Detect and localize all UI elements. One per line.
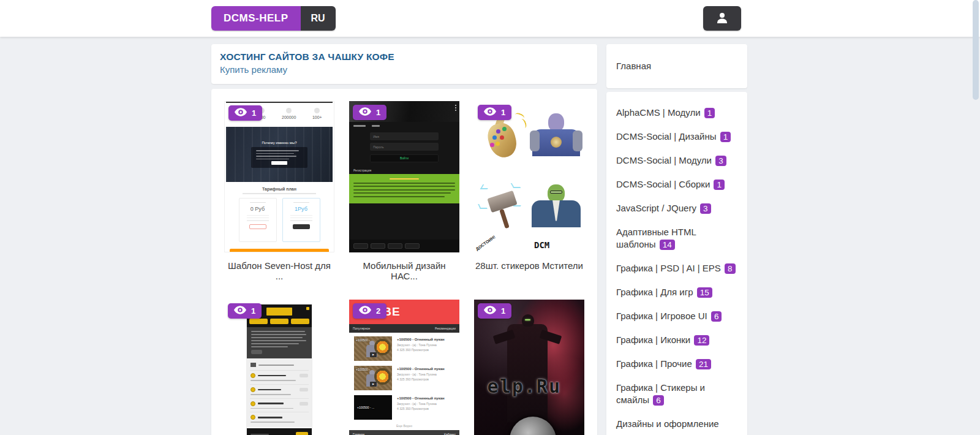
views-badge: 1 (228, 303, 262, 319)
thumb-orange-banner: Тестовый период 30 дней. (230, 249, 329, 253)
item-avengers-stickers: 1 (474, 101, 584, 281)
count-badge: 1 (720, 132, 731, 142)
user-account-button[interactable] (703, 6, 741, 31)
count-badge: 12 (694, 335, 709, 346)
count-badge: 6 (711, 311, 722, 322)
sticker-thanos (529, 105, 583, 177)
item-thumbnail[interactable]: 1 (224, 300, 334, 435)
logo: DCMS-HELP RU (211, 6, 336, 31)
items-grid: 1 500 200000 100+ Почему именно мы? (224, 101, 584, 435)
count-badge: 3 (700, 203, 711, 214)
item-thumbnail[interactable]: 1 500 200000 100+ Почему именно мы? (224, 101, 334, 252)
thumb-hero-image: Почему именно мы? (226, 127, 333, 182)
views-count: 1 (376, 108, 380, 117)
sidebar-item-dcms-social-builds[interactable]: DCMS-Social | Сборки 1 (616, 178, 737, 191)
promo-banner: ХОСТИНГ САЙТОВ ЗА ЧАШКУ КОФЕ Купить рекл… (211, 44, 597, 84)
eye-icon (234, 306, 246, 316)
count-badge: 1 (704, 108, 715, 118)
count-badge: 1 (714, 180, 725, 190)
item-title[interactable]: Мобильный дизайн НАС... (349, 260, 459, 281)
sticker-hulk: DCM (529, 177, 583, 249)
count-badge: 15 (697, 287, 712, 298)
views-count: 1 (251, 306, 255, 316)
main-content: ХОСТИНГ САЙТОВ ЗА ЧАШКУ КОФЕ Купить рекл… (211, 44, 597, 435)
watermark-text: DCM (534, 240, 549, 250)
thumb-green-block (349, 174, 459, 204)
watermark-text: elp.Ru (488, 376, 561, 397)
items-grid-card: 1 500 200000 100+ Почему именно мы? (211, 89, 597, 435)
item-thumbnail[interactable]: 1 (474, 101, 584, 252)
views-badge: 1 (478, 105, 511, 120)
sidebar-home-card: Главная (606, 44, 747, 88)
views-badge: 1 (353, 105, 386, 120)
item-dark-mobile-design: 1 Имя Пароль Войти Регистрация (349, 101, 459, 281)
sidebar-categories-card: AlphaCMS | Модули 1 DCMS-Social | Дизайн… (606, 92, 747, 435)
eye-icon (484, 107, 496, 118)
sidebar-item-alphacms-modules[interactable]: AlphaCMS | Модули 1 (616, 107, 737, 119)
item-yellow-mobile-design: 1 (224, 300, 334, 435)
sidebar-item-adaptive-html-templates[interactable]: Адаптивные HTML шаблоны 14 (616, 226, 737, 251)
language-button[interactable]: RU (301, 6, 336, 31)
sidebar-item-graphics-for-games[interactable]: Графика | Для игр 15 (616, 286, 737, 299)
item-thumbnail[interactable]: 1 Имя Пароль Войти Регистрация (349, 101, 459, 252)
thumb-pricing: Тарифный план 0 Руб (225, 182, 334, 246)
item-thumbnail[interactable]: 1 elp.Ru (474, 300, 584, 435)
views-badge: 1 (228, 105, 262, 121)
item-video-site-design: 2 TUBE Популярное Рекомендации +100500 -… (349, 300, 459, 435)
item-dark-artwork: 1 elp.Ru (474, 300, 584, 435)
count-badge: 8 (725, 263, 736, 274)
sidebar-item-graphics-game-ui[interactable]: Графика | Игровое UI 6 (616, 310, 737, 323)
views-count: 2 (376, 306, 380, 316)
views-count: 1 (252, 108, 256, 118)
count-badge: 3 (715, 156, 726, 166)
sidebar-item-graphics-stickers-smiles[interactable]: Графика | Стикеры и смайлы 6 (616, 382, 737, 407)
item-thumbnail[interactable]: 2 TUBE Популярное Рекомендации +100500 -… (349, 300, 459, 435)
sidebar-item-designs-decoration[interactable]: Дизайны и оформление (616, 418, 737, 430)
person-icon (715, 10, 729, 27)
count-badge: 21 (696, 359, 711, 369)
header: DCMS-HELP RU (0, 0, 980, 37)
sticker-thor-hammer: ДОСТОИН! (475, 177, 529, 249)
eye-icon (359, 107, 371, 118)
sidebar-item-dcms-social-designs[interactable]: DCMS-Social | Дизайны 1 (616, 130, 737, 143)
sidebar-item-graphics-psd-ai-eps[interactable]: Графика | PSD | AI | EPS 8 (616, 262, 737, 275)
item-title[interactable]: 28шт. стикеров Мстители (474, 260, 584, 271)
eye-icon (235, 108, 247, 118)
promo-title[interactable]: ХОСТИНГ САЙТОВ ЗА ЧАШКУ КОФЕ (220, 51, 589, 62)
views-badge: 1 (478, 303, 511, 319)
eye-icon (359, 306, 371, 316)
count-badge: 14 (660, 240, 675, 250)
sidebar-item-dcms-social-modules[interactable]: DCMS-Social | Модули 3 (616, 154, 737, 167)
sidebar-item-graphics-other[interactable]: Графика | Прочие 21 (616, 358, 737, 371)
promo-buy-ad-link[interactable]: Купить рекламу (220, 64, 287, 75)
eye-icon (484, 306, 496, 316)
sidebar-item-javascript-jquery[interactable]: JavaScript / JQuery 3 (616, 202, 737, 215)
scrollbar-thumb[interactable] (973, 0, 979, 100)
views-count: 1 (501, 306, 505, 316)
views-count: 1 (501, 108, 505, 117)
item-hosting-template: 1 500 200000 100+ Почему именно мы? (224, 101, 334, 281)
logo-home-button[interactable]: DCMS-HELP (211, 6, 301, 31)
sidebar-item-graphics-icons[interactable]: Графика | Иконки 12 (616, 334, 737, 347)
views-badge: 2 (353, 303, 386, 319)
sidebar: Главная AlphaCMS | Модули 1 DCMS-Social … (606, 44, 747, 435)
sidebar-item-home[interactable]: Главная (616, 61, 651, 71)
count-badge: 6 (653, 395, 664, 406)
item-title[interactable]: Шаблон Seven-Host для ... (224, 260, 334, 281)
